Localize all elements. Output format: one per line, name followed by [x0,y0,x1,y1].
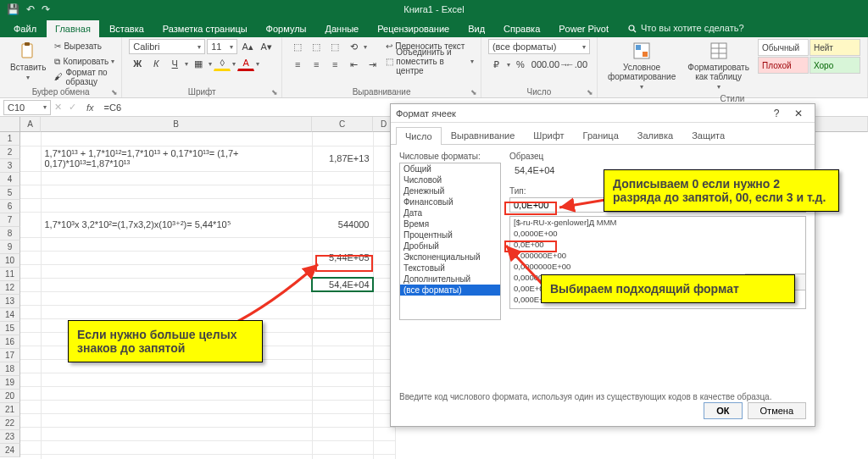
category-item[interactable]: Общий [400,163,500,174]
cell-B3[interactable] [41,171,312,185]
cell-C19[interactable] [312,400,373,413]
cell-A22[interactable] [20,440,41,454]
paste-button[interactable]: Вставить▾ [7,39,49,83]
align-right-icon[interactable]: ≡ [326,57,343,72]
comma-icon[interactable]: 000 [531,57,548,72]
cell-A13[interactable] [20,318,41,332]
cell-A16[interactable] [20,359,41,373]
row-header[interactable]: 19 [0,376,20,390]
tab-review[interactable]: Рецензирование [369,20,458,37]
italic-button[interactable]: К [147,56,164,71]
row-header[interactable]: 11 [0,268,20,281]
cell-A10[interactable] [20,278,41,291]
cell-C14[interactable] [312,332,373,346]
tab-formulas[interactable]: Формулы [258,20,315,37]
cell-B5[interactable] [41,198,312,212]
cell-C16[interactable] [312,359,373,373]
dlg-tab-border[interactable]: Граница [574,126,628,144]
cell-D21[interactable] [373,427,395,440]
cell-C15[interactable] [312,346,373,359]
bold-button[interactable]: Ж [129,56,146,71]
cell-C12[interactable] [312,305,373,318]
fx-icon[interactable]: fx [80,102,101,113]
cell-D23[interactable] [373,454,395,459]
cell-A7[interactable] [20,237,41,251]
cell-A15[interactable] [20,346,41,359]
row-header[interactable]: 8 [0,227,20,241]
cell-C21[interactable] [312,427,373,440]
tab-page-layout[interactable]: Разметка страницы [154,20,256,37]
cell-style-neutral[interactable]: Нейт [810,39,860,56]
cell-B20[interactable] [41,413,312,427]
help-icon[interactable]: ? [765,108,787,119]
ok-button[interactable]: ОК [704,402,742,419]
cell-B22[interactable] [41,440,312,454]
dlg-tab-number[interactable]: Число [396,127,442,145]
increase-font-icon[interactable]: A▴ [239,39,256,54]
cell-A19[interactable] [20,400,41,413]
category-item[interactable]: Экспоненциальный [400,252,500,263]
tab-help[interactable]: Справка [495,20,548,37]
dialog-launcher-icon[interactable]: ⬊ [111,88,118,97]
cell-A20[interactable] [20,413,41,427]
cell-B17[interactable] [41,373,312,386]
cut-button[interactable]: ✂Вырезать [54,39,114,53]
dlg-tab-font[interactable]: Шрифт [524,126,573,144]
currency-icon[interactable]: ₽ [488,57,505,72]
category-item[interactable]: Время [400,218,500,230]
cell-B9[interactable] [41,264,312,278]
enter-formula-icon[interactable]: ✓ [65,102,80,113]
redo-icon[interactable]: ↷ [42,3,50,15]
category-item[interactable]: Денежный [400,185,500,196]
cell-B23[interactable] [41,454,312,459]
cell-C4[interactable] [312,185,373,198]
row-header[interactable]: 7 [0,213,20,227]
cell-C11[interactable] [312,291,373,305]
cell-C18[interactable] [312,386,373,400]
cell-B21[interactable] [41,427,312,440]
cell-C20[interactable] [312,413,373,427]
align-left-icon[interactable]: ≡ [289,57,306,72]
category-list[interactable]: ОбщийЧисловойДенежныйФинансовыйДатаВремя… [399,163,501,320]
row-header[interactable]: 5 [0,186,20,200]
cell-A1[interactable] [20,132,41,146]
row-header[interactable]: 17 [0,349,20,362]
cell-A4[interactable] [20,185,41,198]
cell-B11[interactable] [41,291,312,305]
dlg-tab-alignment[interactable]: Выравнивание [442,126,525,144]
border-icon[interactable]: ▦ [190,56,207,71]
format-code-item[interactable]: 0,0000E+00 [510,228,805,239]
category-item[interactable]: Дополнительный [400,274,500,285]
increase-indent-icon[interactable]: ⇥ [364,57,381,72]
col-header-A[interactable]: A [20,117,41,132]
dlg-tab-protection[interactable]: Защита [682,126,734,144]
font-size-combo[interactable]: 11▾ [207,39,237,54]
row-header[interactable]: 2 [0,146,20,159]
cell-C17[interactable] [312,373,373,386]
row-header[interactable]: 4 [0,173,20,186]
cell-C2[interactable]: 1,87E+13 [312,146,373,171]
align-middle-icon[interactable]: ⬚ [308,39,325,54]
cell-B7[interactable] [41,237,312,251]
row-header[interactable]: 13 [0,295,20,308]
orientation-icon[interactable]: ⟲ [345,39,362,54]
row-headers[interactable]: 123456789101112131415161718192021222324 [0,132,20,457]
row-header[interactable]: 10 [0,254,20,268]
cell-B18[interactable] [41,386,312,400]
cell-A2[interactable] [20,146,41,171]
row-header[interactable]: 21 [0,403,20,417]
select-all-corner[interactable] [0,117,20,132]
font-color-icon[interactable]: А [237,56,254,71]
cell-C1[interactable] [312,132,373,146]
cell-B8[interactable] [41,251,312,264]
dialog-launcher-icon[interactable]: ⬊ [271,88,278,97]
align-bottom-icon[interactable]: ⬚ [326,39,343,54]
row-header[interactable]: 18 [0,362,20,376]
cancel-button[interactable]: Отмена [748,402,806,419]
underline-button[interactable]: Ч [166,56,183,71]
category-item[interactable]: Числовой [400,174,500,185]
decrease-font-icon[interactable]: A▾ [258,39,275,54]
category-item[interactable]: Процентный [400,230,500,241]
dialog-launcher-icon[interactable]: ⬊ [470,88,477,97]
row-header[interactable]: 9 [0,241,20,254]
